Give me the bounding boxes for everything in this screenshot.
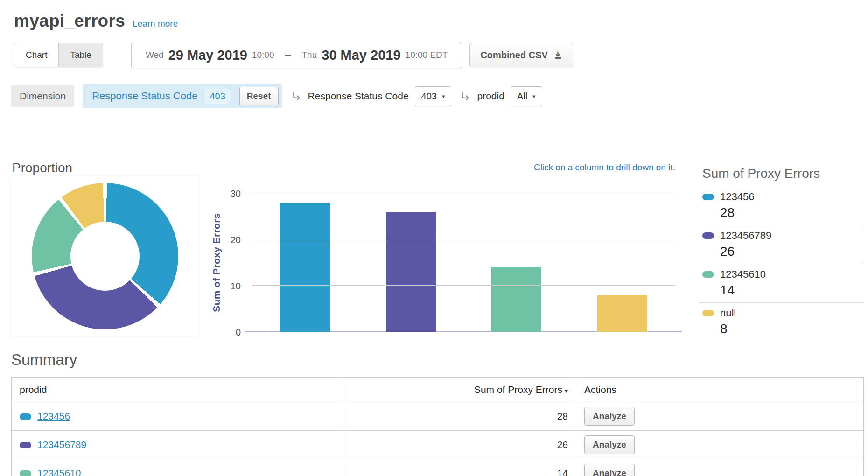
start-date: 29 May 2019 [168, 48, 247, 63]
gridline [252, 239, 675, 239]
series-color-chip [20, 413, 31, 420]
sort-desc-icon: ▾ [565, 387, 568, 394]
series-color-chip [702, 232, 714, 239]
series-color-chip [702, 310, 714, 316]
end-time: 10:00 EDT [406, 50, 448, 60]
active-filter-chip: Response Status Code 403 Reset [83, 84, 282, 108]
prodid-link[interactable]: 123456 [37, 411, 70, 421]
legend-item-label: null [720, 307, 736, 319]
table-row: 12345628Analyze [12, 402, 864, 431]
y-axis-label: Sum of Proxy Errors [211, 193, 222, 332]
column-header-actions: Actions [576, 378, 864, 402]
dimension-label: Dimension [11, 85, 74, 107]
page-title: myapi_errors [14, 11, 125, 31]
table-row: 1234561014Analyze [12, 459, 864, 476]
reset-button[interactable]: Reset [239, 87, 279, 105]
caret-down-icon: ▾ [442, 93, 445, 100]
learn-more-link[interactable]: Learn more [133, 19, 178, 29]
legend-item: 12345678926 [699, 225, 864, 264]
bar-123456[interactable] [280, 203, 330, 332]
drilldown-label: prodid [477, 91, 504, 102]
summary-title: Summary [11, 351, 863, 369]
legend-item: 1234561014 [699, 264, 864, 303]
series-color-chip [702, 194, 714, 200]
series-color-chip [20, 442, 31, 448]
chart-legend: Sum of Proxy Errors 12345628123456789261… [699, 166, 864, 341]
summary-table-body: 12345628Analyze12345678926Analyze1234561… [12, 402, 864, 476]
legend-title: Sum of Proxy Errors [699, 166, 864, 181]
active-filter-name: Response Status Code [92, 90, 197, 102]
series-color-chip [702, 271, 714, 278]
column-header-prodid[interactable]: prodid [12, 378, 344, 402]
donut-hole [70, 222, 140, 291]
analytics-page: myapi_errors Learn more Chart Table Wed … [0, 0, 868, 476]
analyze-button[interactable]: Analyze [584, 464, 635, 476]
legend-item-label: 12345610 [720, 268, 766, 280]
end-date: 30 May 2019 [322, 48, 400, 63]
dropdown-value: 403 [421, 91, 437, 102]
table-row: 12345678926Analyze [12, 431, 864, 459]
date-range-picker[interactable]: Wed 29 May 2019 10:00 – Thu 30 May 2019 … [131, 42, 462, 68]
legend-item-label: 123456 [720, 191, 754, 203]
charts-section: Proportion Click on a column to drill do… [0, 161, 868, 338]
csv-button-label: Combined CSV [480, 50, 547, 61]
table-header-row: prodid Sum of Proxy Errors▾ Actions [12, 378, 864, 402]
drilldown-hint: Click on a column to drill down on it. [534, 162, 675, 173]
proportion-chart-card [11, 176, 198, 336]
legend-items: 12345628123456789261234561014null8 [699, 187, 864, 341]
caret-down-icon: ▾ [532, 93, 536, 100]
bar-12345610[interactable] [491, 267, 541, 332]
bar-plot: 0102030 [252, 193, 675, 332]
legend-item-value: 26 [720, 244, 864, 259]
start-time: 10:00 [252, 50, 274, 60]
series-color-chip [20, 470, 31, 476]
table-view-button[interactable]: Table [58, 43, 102, 67]
legend-item-value: 28 [720, 205, 864, 220]
end-day: Thu [302, 50, 317, 60]
drilldown-arrow-icon [291, 91, 302, 102]
prodid-link[interactable]: 123456789 [37, 439, 86, 450]
active-filter-value: 403 [204, 89, 231, 104]
chart-view-button[interactable]: Chart [14, 43, 58, 67]
legend-item: null8 [699, 303, 864, 341]
drilldown-prodid: prodid All ▾ [460, 86, 542, 106]
dropdown-value: All [517, 91, 527, 102]
prodid-link[interactable]: 12345610 [37, 468, 81, 476]
combined-csv-button[interactable]: Combined CSV [469, 43, 573, 67]
date-range-separator: – [284, 48, 291, 63]
gridline [252, 285, 675, 286]
proportion-title: Proportion [12, 161, 72, 175]
drilldown-label: Response Status Code [308, 91, 409, 102]
sum-value-cell: 14 [344, 459, 576, 476]
gridline [252, 193, 675, 193]
analyze-button[interactable]: Analyze [584, 407, 635, 426]
legend-item-value: 8 [720, 322, 864, 336]
view-toggle: Chart Table [14, 43, 103, 67]
start-day: Wed [146, 50, 164, 60]
sum-value-cell: 26 [344, 431, 576, 459]
proportion-donut[interactable] [32, 183, 178, 329]
prodid-dropdown[interactable]: All ▾ [511, 86, 542, 106]
status-code-dropdown[interactable]: 403 ▾ [415, 86, 452, 106]
bars [252, 193, 675, 332]
legend-item-label: 123456789 [720, 230, 771, 242]
bar-123456789[interactable] [386, 212, 436, 332]
bar-null[interactable] [597, 295, 647, 332]
sum-value-cell: 28 [344, 402, 576, 431]
y-tick-label: 10 [211, 281, 241, 292]
y-tick-label: 20 [211, 235, 241, 245]
legend-item-value: 14 [720, 283, 864, 298]
summary-table: prodid Sum of Proxy Errors▾ Actions 1234… [11, 377, 864, 476]
dimension-filter-bar: Dimension Response Status Code 403 Reset… [11, 84, 868, 108]
summary-section: Summary prodid Sum of Proxy Errors▾ Acti… [11, 351, 863, 476]
download-icon [553, 51, 562, 60]
drilldown-status-code: Response Status Code 403 ▾ [291, 86, 452, 106]
y-tick-label: 30 [211, 189, 241, 199]
column-header-sum[interactable]: Sum of Proxy Errors▾ [344, 378, 576, 402]
toolbar: Chart Table Wed 29 May 2019 10:00 – Thu … [14, 42, 868, 68]
analyze-button[interactable]: Analyze [584, 435, 635, 454]
drilldown-arrow-icon [460, 91, 471, 102]
page-header: myapi_errors Learn more [0, 0, 868, 31]
y-tick-label: 0 [211, 327, 241, 338]
legend-item: 12345628 [699, 187, 864, 225]
